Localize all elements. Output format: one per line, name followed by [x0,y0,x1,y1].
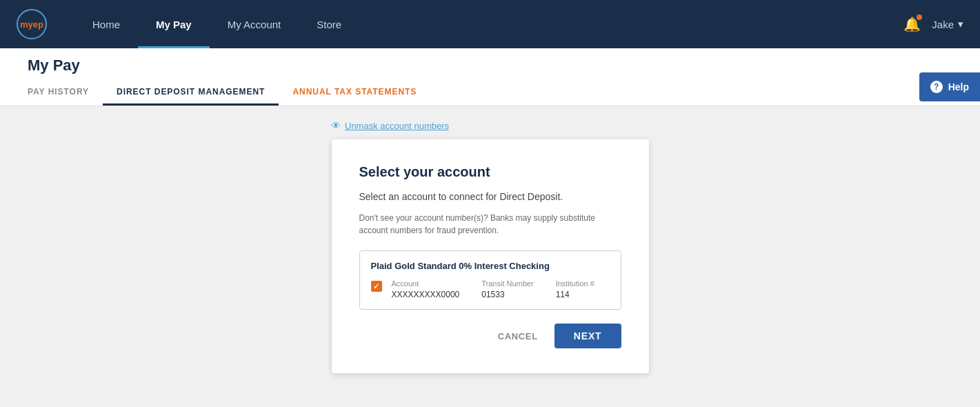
unmask-row: 👁 Unmask account numbers [331,120,952,131]
account-item: Plaid Gold Standard 0% Interest Checking… [359,250,621,310]
cancel-button[interactable]: CANCEL [498,331,538,341]
nav-store[interactable]: Store [299,0,359,48]
help-icon: ? [930,81,943,93]
next-button[interactable]: NEXT [554,324,621,348]
notification-dot [917,14,922,20]
account-name: Plaid Gold Standard 0% Interest Checking [371,261,610,271]
modal-card: Select your account Select an account to… [332,139,649,373]
navbar: myep Home My Pay My Account Store 🔔 Jake… [0,0,980,48]
account-value: XXXXXXXXX0000 [392,290,460,299]
nav-right: 🔔 Jake ▾ [903,16,963,32]
modal-title: Select your account [359,164,621,180]
modal-subtitle: Select an account to connect for Direct … [359,191,621,202]
transit-label: Transit Number [481,279,533,288]
nav-mypay[interactable]: My Pay [138,0,210,48]
modal-actions: CANCEL NEXT [359,324,621,348]
tab-pay-history[interactable]: PAY HISTORY [28,81,103,106]
tab-annual-tax[interactable]: ANNUAL TAX STATEMENTS [279,81,430,106]
transit-value: 01533 [481,290,533,299]
logo-circle: myep [17,9,47,39]
user-menu[interactable]: Jake ▾ [932,18,963,30]
nav-links: Home My Pay My Account Store [74,0,903,48]
transit-col: Transit Number 01533 [481,279,533,299]
content-area: 👁 Unmask account numbers Select your acc… [0,106,980,387]
logo-text: myep [20,20,43,29]
account-row: Account XXXXXXXXX0000 Transit Number 015… [371,279,610,299]
nav-home[interactable]: Home [74,0,138,48]
institution-value: 114 [556,290,594,299]
help-label: Help [948,81,969,92]
checkbox-area [371,281,382,292]
page-title: My Pay [28,57,952,75]
subheader: My Pay PAY HISTORY DIRECT DEPOSIT MANAGE… [0,48,980,106]
notification-bell[interactable]: 🔔 [903,16,921,32]
modal-note: Don't see your account number(s)? Banks … [359,212,621,237]
logo: myep [17,9,47,39]
nav-myaccount[interactable]: My Account [210,0,299,48]
account-details: Account XXXXXXXXX0000 Transit Number 015… [392,279,594,299]
sub-tabs: PAY HISTORY DIRECT DEPOSIT MANAGEMENT AN… [28,81,952,106]
help-button[interactable]: ? Help [919,72,980,101]
eye-icon: 👁 [331,120,341,131]
tab-direct-deposit[interactable]: DIRECT DEPOSIT MANAGEMENT [103,81,279,106]
unmask-link[interactable]: Unmask account numbers [345,121,449,131]
institution-col: Institution # 114 [556,279,594,299]
account-col: Account XXXXXXXXX0000 [392,279,460,299]
chevron-down-icon: ▾ [958,18,963,30]
account-label: Account [392,279,460,288]
account-checkbox[interactable] [371,281,382,292]
user-name: Jake [932,19,954,30]
institution-label: Institution # [556,279,594,288]
